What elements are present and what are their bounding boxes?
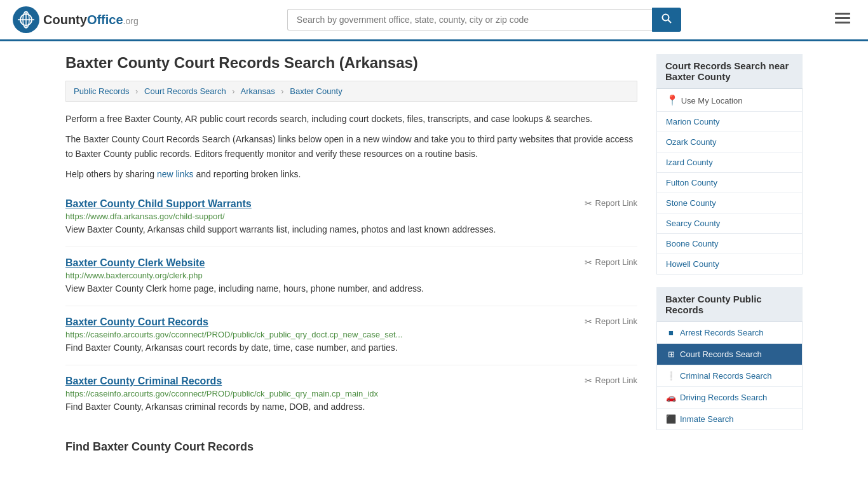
criminal-icon: ❕	[666, 371, 676, 381]
logo-org: .org	[123, 16, 139, 26]
result-desc-2: Find Baxter County, Arkansas court recor…	[65, 341, 637, 355]
logo-text: CountyOffice.org	[43, 13, 139, 27]
county-item-izard[interactable]: Izard County	[657, 152, 802, 173]
county-link-izard[interactable]: Izard County	[657, 152, 802, 172]
find-heading: Find Baxter County Court Records	[65, 440, 637, 454]
report-label-0: Report Link	[595, 198, 637, 208]
breadcrumb-sep-2: ›	[232, 86, 234, 96]
sidebar-item-criminal[interactable]: ❕ Criminal Records Search	[657, 365, 802, 387]
report-link-btn-1[interactable]: ✂ Report Link	[585, 257, 637, 268]
county-link-howell[interactable]: Howell County	[657, 254, 802, 274]
sidebar-link-criminal[interactable]: ❕ Criminal Records Search	[657, 365, 802, 386]
breadcrumb-public-records[interactable]: Public Records	[74, 86, 129, 96]
breadcrumb-arkansas[interactable]: Arkansas	[241, 86, 275, 96]
result-url-1: http://www.baxtercounty.org/clerk.php	[65, 271, 637, 280]
sidebar-item-driving[interactable]: 🚗 Driving Records Search	[657, 387, 802, 409]
report-link-btn-0[interactable]: ✂ Report Link	[585, 198, 637, 208]
county-item-stone[interactable]: Stone County	[657, 193, 802, 214]
sidebar-item-court[interactable]: ⊞ Court Records Search	[657, 344, 802, 365]
county-item-howell[interactable]: Howell County	[657, 254, 802, 274]
result-title-row-1: Baxter County Clerk Website ✂ Report Lin…	[65, 257, 637, 269]
criminal-label: Criminal Records Search	[680, 371, 772, 381]
county-link-boone[interactable]: Boone County	[657, 234, 802, 254]
court-label: Court Records Search	[680, 349, 762, 359]
svg-line-6	[668, 20, 671, 24]
result-desc-0: View Baxter County, Arkansas child suppo…	[65, 223, 637, 236]
report-icon-1: ✂	[585, 257, 592, 268]
results-container: Baxter County Child Support Warrants ✂ R…	[65, 188, 637, 424]
county-link-ozark[interactable]: Ozark County	[657, 132, 802, 152]
county-link-fulton[interactable]: Fulton County	[657, 173, 802, 193]
svg-point-5	[662, 15, 668, 21]
result-title-0[interactable]: Baxter County Child Support Warrants	[65, 198, 252, 210]
result-url-3: https://caseinfo.arcourts.gov/cconnect/P…	[65, 389, 637, 398]
nearby-section-title: Court Records Search near Baxter County	[656, 54, 803, 89]
main-container: Baxter County Court Records Search (Arka…	[53, 41, 815, 477]
new-links-link[interactable]: new links	[157, 169, 194, 179]
breadcrumb-court-records[interactable]: Court Records Search	[144, 86, 226, 96]
logo-icon	[13, 6, 39, 33]
result-title-row-2: Baxter County Court Records ✂ Report Lin…	[65, 316, 637, 328]
report-link-btn-2[interactable]: ✂ Report Link	[585, 316, 637, 327]
arrest-icon: ■	[666, 328, 676, 337]
content-area: Baxter County Court Records Search (Arka…	[65, 54, 637, 464]
search-bar-area	[287, 8, 681, 32]
result-item-3: Baxter County Criminal Records ✂ Report …	[65, 365, 637, 424]
search-input[interactable]	[287, 9, 652, 30]
intro-text-1: Perform a free Baxter County, AR public …	[65, 112, 637, 126]
county-item-searcy[interactable]: Searcy County	[657, 214, 802, 234]
svg-rect-9	[835, 22, 850, 24]
county-link-marion[interactable]: Marion County	[657, 112, 802, 132]
county-link-searcy[interactable]: Searcy County	[657, 214, 802, 233]
intro-text-2: The Baxter County Court Records Search (…	[65, 132, 637, 161]
breadcrumb-sep-1: ›	[135, 86, 138, 96]
county-item-marion[interactable]: Marion County	[657, 112, 802, 132]
report-label-2: Report Link	[595, 316, 637, 326]
breadcrumb-sep-3: ›	[281, 86, 283, 96]
sidebar-item-arrest[interactable]: ■ Arrest Records Search	[657, 322, 802, 344]
report-icon-3: ✂	[585, 376, 592, 386]
result-title-2[interactable]: Baxter County Court Records	[65, 316, 208, 328]
sidebar-link-arrest[interactable]: ■ Arrest Records Search	[657, 322, 802, 343]
report-label-3: Report Link	[595, 376, 637, 385]
location-dot-icon: 📍	[666, 95, 679, 105]
breadcrumb: Public Records › Court Records Search › …	[65, 81, 637, 102]
result-desc-3: Find Baxter County, Arkansas criminal re…	[65, 400, 637, 414]
result-item-0: Baxter County Child Support Warrants ✂ R…	[65, 188, 637, 247]
intro-text-3: Help others by sharing new links and rep…	[65, 167, 637, 181]
hamburger-menu-button[interactable]	[830, 9, 855, 30]
result-title-3[interactable]: Baxter County Criminal Records	[65, 376, 222, 387]
sidebar-item-inmate[interactable]: ⬛ Inmate Search	[657, 409, 802, 430]
public-records-title: Baxter County Public Records	[656, 287, 803, 322]
county-item-fulton[interactable]: Fulton County	[657, 173, 802, 193]
driving-label: Driving Records Search	[680, 393, 767, 402]
sidebar-link-driving[interactable]: 🚗 Driving Records Search	[657, 387, 802, 408]
result-url-0: https://www.dfa.arkansas.gov/child-suppo…	[65, 212, 637, 221]
report-icon-0: ✂	[585, 198, 592, 208]
sidebar-link-court[interactable]: ⊞ Court Records Search	[657, 344, 802, 365]
svg-rect-7	[835, 13, 850, 15]
report-icon-2: ✂	[585, 316, 592, 327]
result-url-2: https://caseinfo.arcourts.gov/cconnect/P…	[65, 330, 637, 339]
inmate-label: Inmate Search	[680, 414, 734, 424]
search-button[interactable]	[652, 8, 681, 32]
county-item-ozark[interactable]: Ozark County	[657, 132, 802, 152]
county-link-stone[interactable]: Stone County	[657, 193, 802, 213]
result-title-row-0: Baxter County Child Support Warrants ✂ R…	[65, 198, 637, 210]
result-desc-1: View Baxter County Clerk home page, incl…	[65, 282, 637, 295]
use-location-label: Use My Location	[681, 96, 743, 105]
sidebar-link-inmate[interactable]: ⬛ Inmate Search	[657, 409, 802, 430]
public-records-list: ■ Arrest Records Search ⊞ Court Records …	[656, 322, 803, 430]
use-location-item[interactable]: 📍 Use My Location	[657, 89, 802, 112]
inmate-icon: ⬛	[666, 414, 676, 424]
result-title-1[interactable]: Baxter County Clerk Website	[65, 257, 205, 269]
driving-icon: 🚗	[666, 393, 676, 402]
court-icon: ⊞	[666, 349, 676, 359]
use-location-link[interactable]: 📍 Use My Location	[657, 89, 802, 111]
nearby-county-list: 📍 Use My Location Marion County Ozark Co…	[656, 89, 803, 274]
breadcrumb-baxter-county[interactable]: Baxter County	[290, 86, 342, 96]
logo-area: CountyOffice.org	[13, 6, 139, 33]
header: CountyOffice.org	[0, 0, 868, 41]
county-item-boone[interactable]: Boone County	[657, 234, 802, 254]
report-link-btn-3[interactable]: ✂ Report Link	[585, 376, 637, 386]
